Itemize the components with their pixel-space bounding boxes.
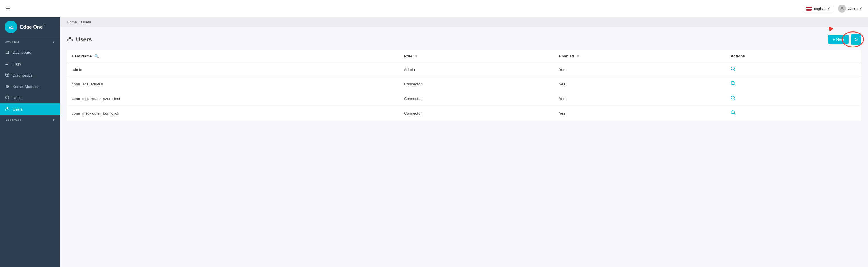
- page-actions: + New ↻: [828, 34, 861, 44]
- cell-enabled: Yes: [554, 91, 726, 106]
- cell-enabled: Yes: [554, 106, 726, 121]
- sidebar-section-system[interactable]: SYSTEM ▲: [0, 37, 60, 46]
- kernel-modules-icon: ⚙: [5, 84, 10, 89]
- enabled-filter-icon[interactable]: ▼: [576, 54, 580, 58]
- sidebar-item-label: Users: [12, 107, 23, 111]
- top-header: ☰ English ∨ admin ∨: [0, 0, 868, 17]
- sidebar-item-label: Logs: [12, 62, 21, 66]
- user-chevron-icon: ∨: [860, 6, 862, 10]
- svg-line-18: [734, 113, 736, 115]
- breadcrumb-separator: /: [79, 20, 80, 24]
- page-header: Users + New ↻: [67, 34, 861, 44]
- action-view-button[interactable]: [731, 82, 736, 87]
- page-content: Users + New ↻: [60, 27, 868, 267]
- trademark-icon: ™: [42, 24, 45, 27]
- section-gateway-chevron: ▼: [52, 118, 55, 122]
- sidebar-item-label: Dashboard: [12, 50, 31, 55]
- table-row: conn_ads_ads-fullConnectorYes: [67, 77, 861, 91]
- col-actions: Actions: [726, 51, 861, 62]
- avatar: [838, 5, 846, 12]
- sidebar-item-label: Diagnostics: [12, 73, 33, 77]
- username-label: admin: [848, 6, 858, 10]
- dashboard-icon: ⊡: [5, 50, 10, 55]
- svg-rect-2: [5, 62, 9, 62]
- page-title-group: Users: [67, 36, 92, 43]
- table-row: conn_msg-router_bonfiglioliConnectorYes: [67, 106, 861, 121]
- section-system-chevron: ▲: [52, 40, 55, 44]
- table-row: adminAdminYes: [67, 62, 861, 77]
- content-area: Home / Users Users: [60, 17, 868, 267]
- svg-text:e1: e1: [9, 25, 13, 29]
- col-role-label: Role: [404, 54, 412, 58]
- sidebar-item-diagnostics[interactable]: Diagnostics: [0, 69, 60, 81]
- language-chevron-icon: ∨: [828, 6, 830, 10]
- refresh-icon: ↻: [854, 37, 858, 42]
- col-actions-label: Actions: [731, 54, 745, 58]
- col-username: User Name 🔍: [67, 51, 399, 62]
- svg-line-14: [734, 84, 736, 86]
- svg-line-16: [734, 99, 736, 100]
- sidebar-item-logs[interactable]: Logs: [0, 58, 60, 69]
- col-enabled-label: Enabled: [559, 54, 574, 58]
- cell-username: conn_msg-router_bonfiglioli: [67, 106, 399, 121]
- svg-line-12: [734, 70, 736, 71]
- cell-actions: [726, 77, 861, 91]
- sidebar-logo: e1 Edge One™: [0, 17, 60, 37]
- cell-enabled: Yes: [554, 62, 726, 77]
- svg-rect-4: [5, 64, 8, 65]
- diagnostics-icon: [5, 72, 10, 78]
- svg-marker-10: [828, 27, 833, 31]
- sidebar: e1 Edge One™ SYSTEM ▲ ⊡ Dashboard Logs: [0, 17, 60, 267]
- sidebar-item-users[interactable]: Users: [0, 103, 60, 115]
- cell-role: Connector: [399, 91, 555, 106]
- user-menu[interactable]: admin ∨: [838, 5, 862, 12]
- sidebar-item-label: Kernel Modules: [12, 85, 39, 89]
- breadcrumb-current: Users: [81, 20, 91, 24]
- page-title-icon: [67, 36, 73, 43]
- cell-role: Admin: [399, 62, 555, 77]
- section-gateway-label: GATEWAY: [5, 118, 22, 122]
- table-header-row: User Name 🔍 Role ▼ Enab: [67, 51, 861, 62]
- cell-actions: [726, 62, 861, 77]
- username-search-icon[interactable]: 🔍: [94, 54, 99, 58]
- breadcrumb: Home / Users: [60, 17, 868, 27]
- cell-role: Connector: [399, 106, 555, 121]
- col-enabled: Enabled ▼: [554, 51, 726, 62]
- users-icon: [5, 106, 10, 112]
- role-filter-icon[interactable]: ▼: [414, 54, 418, 58]
- breadcrumb-home[interactable]: Home: [67, 20, 77, 24]
- page-title: Users: [76, 36, 92, 43]
- cell-username: conn_ads_ads-full: [67, 77, 399, 91]
- reset-icon: [5, 95, 10, 100]
- action-view-button[interactable]: [731, 67, 736, 72]
- users-table: User Name 🔍 Role ▼ Enab: [67, 50, 861, 121]
- language-label: English: [813, 6, 826, 10]
- sidebar-item-label: Reset: [12, 96, 23, 100]
- new-button[interactable]: + New: [828, 35, 848, 44]
- refresh-button[interactable]: ↻: [851, 34, 861, 44]
- action-view-button[interactable]: [731, 97, 736, 101]
- action-view-button[interactable]: [731, 111, 736, 116]
- sidebar-item-dashboard[interactable]: ⊡ Dashboard: [0, 46, 60, 58]
- logs-icon: [5, 61, 10, 66]
- col-role: Role ▼: [399, 51, 555, 62]
- table-row: conn_msg-router_azure-testConnectorYes: [67, 91, 861, 106]
- cell-actions: [726, 106, 861, 121]
- header-right: English ∨ admin ∨: [803, 5, 862, 12]
- menu-toggle-icon[interactable]: ☰: [6, 5, 10, 12]
- cell-username: conn_msg-router_azure-test: [67, 91, 399, 106]
- sidebar-item-kernel-modules[interactable]: ⚙ Kernel Modules: [0, 81, 60, 92]
- cell-enabled: Yes: [554, 77, 726, 91]
- cell-actions: [726, 91, 861, 106]
- flag-icon: [806, 7, 812, 10]
- annotation-arrow: [820, 27, 845, 34]
- cell-username: admin: [67, 62, 399, 77]
- logo-circle: e1: [5, 21, 17, 33]
- logo-text: Edge One™: [20, 24, 45, 30]
- main-layout: e1 Edge One™ SYSTEM ▲ ⊡ Dashboard Logs: [0, 17, 868, 267]
- sidebar-item-reset[interactable]: Reset: [0, 92, 60, 103]
- language-selector[interactable]: English ∨: [803, 5, 833, 12]
- col-username-label: User Name: [72, 54, 92, 58]
- sidebar-section-gateway[interactable]: GATEWAY ▼: [0, 115, 60, 124]
- header-left: ☰: [6, 5, 10, 12]
